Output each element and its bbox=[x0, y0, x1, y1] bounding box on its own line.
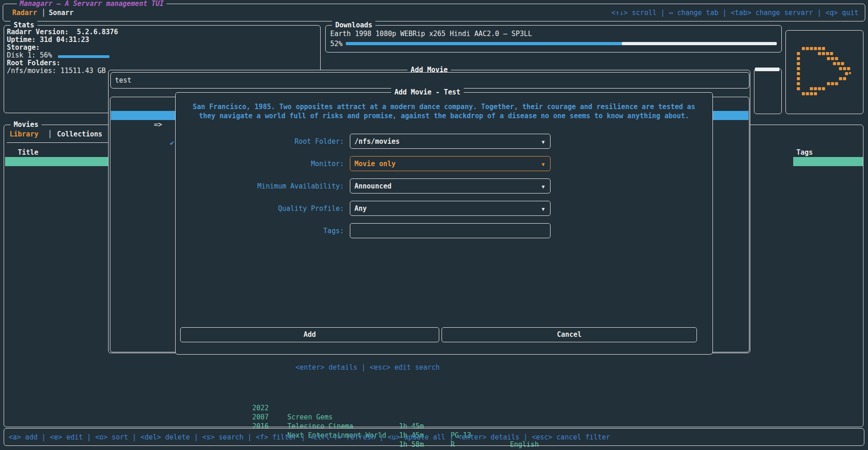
movie-row[interactable]: The Witch bbox=[5, 276, 109, 285]
movie-row[interactable]: Incantation bbox=[5, 340, 109, 349]
tab-radarr[interactable]: Radarr bbox=[12, 8, 37, 17]
tab-sonarr[interactable]: Sonarr bbox=[49, 8, 73, 17]
overview-line-2: they navigate a world full of risks and … bbox=[199, 111, 689, 120]
table-row[interactable]: 2016 Next Entertainment World 1h 58m NR … bbox=[0, 413, 868, 422]
movie-row[interactable]: Misery bbox=[5, 358, 109, 367]
tabs-underline bbox=[7, 142, 109, 143]
footer-help-text: <a> add | <e> edit | <o> sort | <del> de… bbox=[9, 433, 610, 442]
form-field: Monitor: Movie only ▼ bbox=[176, 156, 712, 171]
movie-row[interactable]: Slender Man bbox=[5, 312, 109, 321]
downloads-panel: Downloads Earth 1998 1080p WEBRip x265 H… bbox=[325, 25, 782, 52]
stats-root-folder: /nfs/movies: 11511.43 GB bbox=[7, 66, 106, 75]
movie-row[interactable]: =>Dune bbox=[5, 157, 109, 166]
footer-bar: <a> add | <e> edit | <o> sort | <del> de… bbox=[4, 428, 864, 446]
movie-row[interactable]: Alien bbox=[5, 221, 109, 230]
top-help-text: <↑↓> scroll | ↔ change tab | <tab> chang… bbox=[611, 8, 858, 17]
chevron-down-icon: ▼ bbox=[541, 205, 545, 214]
field-label: Quality Profile: bbox=[176, 204, 344, 213]
movie-row[interactable]: A Quiet Place Part II bbox=[5, 267, 109, 276]
field-label: Monitor: bbox=[176, 159, 344, 168]
movie-row[interactable]: Sinister bbox=[5, 285, 109, 294]
movie-row[interactable]: The Girl with All the bbox=[5, 385, 109, 394]
selected-row-tags-cell bbox=[793, 157, 863, 166]
field-dropdown[interactable]: Movie only ▼ bbox=[350, 156, 551, 171]
movie-list: =>Dune The Conjuring The Conjuring 2 The… bbox=[5, 157, 109, 422]
download-gauge-filled bbox=[346, 42, 622, 45]
search-input-value: test bbox=[115, 76, 131, 85]
disk-usage-gauge bbox=[58, 55, 109, 58]
movie-row[interactable]: The Conjuring 2 bbox=[5, 175, 109, 184]
managarr-logo bbox=[792, 47, 857, 97]
gauge-fragment bbox=[755, 68, 780, 71]
chevron-down-icon: ▼ bbox=[541, 183, 545, 192]
app-title: Managarr – A Servarr management TUI bbox=[17, 0, 166, 8]
download-item: Earth 1998 1080p WEBRip x265 Hindi AAC2.… bbox=[330, 29, 532, 38]
movie-row[interactable]: Sinister 2 bbox=[5, 294, 109, 303]
movie-row[interactable]: Us bbox=[5, 303, 109, 312]
movie-row[interactable]: Nope bbox=[5, 239, 109, 248]
download-gauge-remainder bbox=[622, 42, 777, 45]
field-dropdown[interactable]: Any ▼ bbox=[350, 201, 551, 216]
movie-row[interactable]: Firestarter bbox=[5, 349, 109, 358]
movie-row[interactable]: Life bbox=[5, 230, 109, 239]
movie-row[interactable]: mother! bbox=[5, 330, 109, 340]
form-field: Quality Profile: Any ▼ bbox=[176, 201, 712, 216]
movie-row[interactable]: The Thing bbox=[5, 212, 109, 221]
chevron-down-icon: ▼ bbox=[541, 138, 545, 147]
form-field: Root Folder: /nfs/movies ▼ bbox=[176, 134, 712, 149]
movies-title: Movies bbox=[10, 120, 42, 129]
download-percent: 52% bbox=[330, 39, 343, 48]
add-button[interactable]: Add bbox=[180, 327, 439, 342]
managarr-screen: Managarr – A Servarr management TUI Rada… bbox=[0, 0, 868, 450]
field-value: /nfs/movies bbox=[354, 137, 400, 146]
field-dropdown[interactable]: /nfs/movies ▼ bbox=[350, 134, 551, 149]
table-row[interactable]: 2007 Telecinco Cinema 1h 45m R Spanish 0… bbox=[0, 403, 868, 413]
field-dropdown[interactable] bbox=[350, 223, 551, 238]
field-label: Root Folder: bbox=[176, 137, 344, 146]
field-dropdown[interactable]: Announced ▼ bbox=[350, 178, 551, 194]
tab-library[interactable]: Library bbox=[10, 130, 38, 139]
popup-help-text: <enter> details | <esc> edit search bbox=[296, 363, 440, 372]
add-movie-modal: Add Movie - Test San Francisco, 1985. Tw… bbox=[175, 92, 713, 355]
tab-separator: │ bbox=[42, 8, 46, 17]
selection-arrow: => bbox=[152, 120, 164, 129]
top-bar: Managarr – A Servarr management TUI Rada… bbox=[3, 4, 865, 21]
movie-row[interactable]: Lights Out bbox=[5, 367, 109, 376]
movie-row[interactable]: The Conjuring: The De bbox=[5, 184, 109, 194]
movie-row[interactable]: Ma bbox=[5, 321, 109, 330]
downloads-title: Downloads bbox=[332, 21, 375, 30]
title-column-header: Title bbox=[18, 148, 38, 157]
tab-collections[interactable]: Collections bbox=[57, 130, 102, 139]
field-label: Tags: bbox=[176, 226, 344, 235]
movie-row[interactable]: Gone with the Wind bbox=[5, 248, 109, 257]
movie-row[interactable]: A Quiet Place bbox=[5, 257, 109, 267]
form-field: Tags: bbox=[176, 223, 712, 238]
movie-row[interactable]: The Conjuring bbox=[5, 166, 109, 175]
movie-row[interactable]: Inception bbox=[5, 194, 109, 203]
field-value: Movie only bbox=[354, 159, 395, 168]
overview-line-1: San Francisco, 1985. Two opposites attra… bbox=[193, 102, 696, 111]
logo-panel bbox=[785, 30, 863, 114]
panel-fragment bbox=[754, 68, 782, 114]
chevron-down-icon: ▼ bbox=[541, 160, 545, 169]
movies-tab-separator: │ bbox=[48, 130, 52, 139]
form-field: Minimum Availability: Announced ▼ bbox=[176, 178, 712, 194]
movie-search-input[interactable]: test bbox=[110, 72, 749, 89]
movie-row[interactable]: 1408 bbox=[5, 376, 109, 385]
field-value: Announced bbox=[354, 182, 391, 191]
cancel-button[interactable]: Cancel bbox=[442, 327, 697, 342]
movie-row[interactable]: The Martian bbox=[5, 203, 109, 212]
field-label: Minimum Availability: bbox=[176, 182, 344, 191]
modal-title: Add Movie - Test bbox=[391, 88, 464, 97]
tags-column-header: Tags bbox=[796, 148, 813, 157]
field-value: Any bbox=[354, 204, 367, 213]
table-row[interactable]: 2022 Screen Gems 1h 45m PG-13 English 1.… bbox=[0, 394, 868, 403]
